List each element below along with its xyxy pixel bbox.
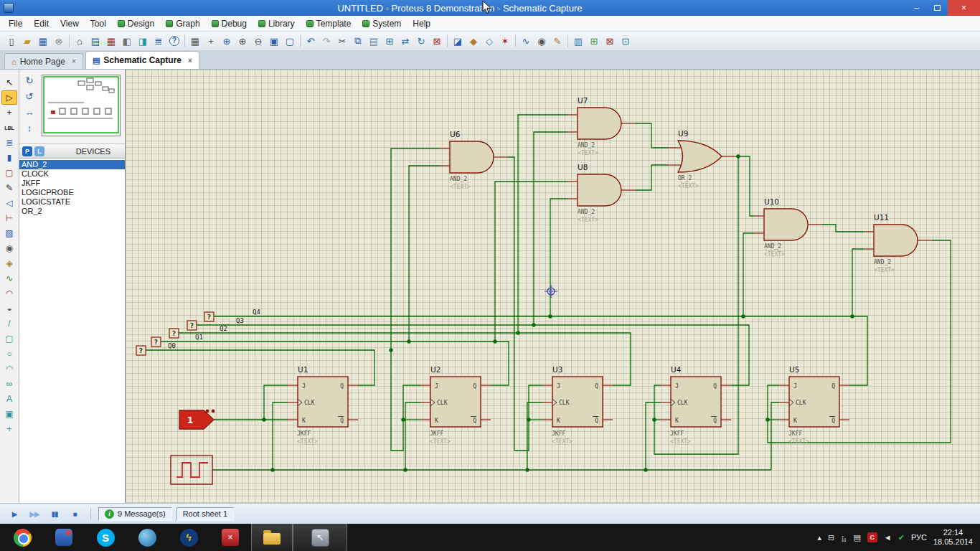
packaging-tool-icon[interactable]: ◇	[481, 34, 497, 49]
block-copy-icon[interactable]: ⊞	[382, 34, 397, 49]
goto-sheet-icon[interactable]: ⊡	[618, 34, 633, 49]
close-button[interactable]: ×	[948, 0, 980, 16]
remove-sheet-icon[interactable]: ⊠	[602, 34, 618, 49]
arc-2d-icon[interactable]: ◠	[1, 362, 17, 376]
component-U4[interactable]: JCLKKQQU4JKFF<TEXT>	[661, 365, 731, 445]
mirror-vertical-icon[interactable]: ↕	[27, 123, 32, 133]
component-U1[interactable]: JCLKKQQU1JKFF<TEXT>	[288, 365, 358, 445]
pick-device-icon[interactable]: ◪	[450, 34, 466, 49]
tab-close-icon[interactable]: ×	[188, 57, 192, 65]
wire[interactable]	[214, 316, 867, 385]
library-button[interactable]: L	[34, 146, 44, 156]
copy-icon[interactable]: ⧉	[350, 34, 366, 49]
menu-item-system[interactable]: System	[357, 17, 407, 30]
mirror-horizontal-icon[interactable]: ↔	[25, 107, 34, 118]
text-2d-icon[interactable]: A	[1, 392, 17, 406]
wire[interactable]	[405, 402, 420, 470]
subcircuit-mode-icon[interactable]: ▢	[1, 166, 17, 180]
stop-button[interactable]: ■	[66, 508, 83, 520]
component-logicprobe[interactable]: ?	[169, 329, 179, 338]
search-tag-icon[interactable]: ◉	[534, 34, 550, 49]
menu-item-design[interactable]: Design	[112, 17, 160, 30]
block-delete-icon[interactable]: ⊠	[429, 34, 445, 49]
rotate-clockwise-icon[interactable]: ↻	[26, 75, 34, 86]
wire[interactable]	[822, 225, 864, 232]
step-button[interactable]: ▶▶	[26, 508, 43, 520]
schematic-capture-icon[interactable]: ▤	[88, 34, 103, 49]
taskbar-red-app-button[interactable]: ×	[209, 524, 251, 551]
component-U3[interactable]: JCLKKQQU3JKFF<TEXT>	[542, 365, 613, 445]
device-item-logicstate[interactable]: LOGICSTATE	[19, 197, 125, 207]
component-U8[interactable]: U8AND_2<TEXT>	[567, 163, 636, 223]
wire[interactable]	[391, 149, 440, 350]
component-U2[interactable]: JCLKKQQU2JKFF<TEXT>	[420, 365, 491, 445]
wire[interactable]	[495, 182, 567, 342]
device-item-jkff[interactable]: JKFF	[19, 179, 125, 188]
text-script-mode-icon[interactable]: ≣	[1, 136, 17, 150]
close-project-icon[interactable]: ⊗	[51, 34, 67, 49]
editing-canvas[interactable]: U6AND_2<TEXT>U7AND_2<TEXT>U8AND_2<TEXT>U…	[126, 70, 980, 503]
save-project-icon[interactable]: ▦	[35, 34, 51, 49]
junction-dot-mode-icon[interactable]: +	[1, 105, 17, 120]
tab-schematic-capture[interactable]: ▤Schematic Capture×	[85, 51, 199, 69]
taskbar-bolt-app-button[interactable]: ϟ	[168, 524, 209, 551]
wire[interactable]	[550, 199, 567, 316]
zoom-area-icon[interactable]: ▢	[282, 34, 298, 49]
maximize-button[interactable]	[927, 0, 948, 16]
marker-2d-icon[interactable]: +	[1, 422, 17, 436]
home-icon[interactable]: ⌂	[72, 34, 88, 49]
line-2d-icon[interactable]: /	[1, 316, 17, 331]
taskbar-explorer-button[interactable]	[251, 524, 293, 551]
property-assignment-icon[interactable]: ✎	[550, 34, 565, 49]
3d-visualizer-icon[interactable]: ◧	[119, 34, 135, 49]
selection-mode-icon[interactable]: ↖	[1, 75, 17, 90]
wire-label-mode-icon[interactable]: LBL	[1, 121, 17, 135]
menu-item-graph[interactable]: Graph	[160, 17, 205, 30]
gerber-viewer-icon[interactable]: ◨	[135, 34, 151, 49]
wire[interactable]	[527, 402, 542, 470]
instant-edit-mode-icon[interactable]: ✎	[1, 181, 17, 195]
circle-2d-icon[interactable]: ○	[1, 347, 17, 361]
undo-icon[interactable]: ↶	[303, 34, 319, 49]
menu-item-file[interactable]: File	[3, 17, 28, 30]
terminals-mode-icon[interactable]: ◁	[1, 196, 17, 210]
rotate-anticlockwise-icon[interactable]: ↺	[26, 91, 34, 102]
design-explorer-icon[interactable]: ≣	[151, 34, 166, 49]
toggle-grid-icon[interactable]: ▦	[187, 34, 203, 49]
tray-hdd-icon[interactable]: ▤	[853, 533, 860, 542]
hidden-icons-button[interactable]: ▴	[818, 533, 822, 542]
taskbar-skype-button[interactable]: S	[85, 524, 126, 551]
tray-display-icon[interactable]: ⊟	[828, 533, 834, 542]
component-U11[interactable]: U11AND_2<TEXT>	[864, 213, 932, 273]
design-explorer-tree-icon[interactable]: ▥	[570, 34, 586, 49]
pcb-layout-icon[interactable]: ▦	[103, 34, 119, 49]
block-move-icon[interactable]: ⇄	[397, 34, 413, 49]
wire[interactable]	[518, 115, 567, 333]
false-origin-icon[interactable]: +	[203, 34, 219, 49]
device-item-logicprobe[interactable]: LOGICPROBE	[19, 188, 125, 197]
block-rotate-icon[interactable]: ↻	[413, 34, 429, 49]
zoom-in-icon[interactable]: ⊕	[235, 34, 250, 49]
taskbar-media-button[interactable]	[43, 524, 85, 551]
taskbar-browser-button[interactable]	[126, 524, 168, 551]
taskbar-chrome-button[interactable]	[1, 524, 43, 551]
device-item-clock[interactable]: CLOCK	[19, 169, 125, 179]
new-sheet-icon[interactable]: ⊞	[586, 34, 602, 49]
center-at-cursor-icon[interactable]: ⊕	[219, 34, 235, 49]
menu-item-view[interactable]: View	[55, 17, 85, 30]
wire[interactable]	[852, 249, 864, 316]
device-pins-mode-icon[interactable]: ⊢	[1, 211, 17, 225]
menu-item-edit[interactable]: Edit	[28, 17, 55, 30]
tray-eco-icon[interactable]: ✔	[898, 533, 905, 542]
generator-mode-icon[interactable]: ◈	[1, 256, 17, 270]
component-clock[interactable]	[171, 456, 212, 484]
wire[interactable]	[736, 156, 754, 216]
component-U9[interactable]: U9OR_2<TEXT>	[668, 129, 736, 189]
paste-icon[interactable]: ▤	[366, 34, 382, 49]
wire[interactable]	[646, 402, 661, 470]
box-2d-icon[interactable]: ▢	[1, 331, 17, 346]
tray-alert-icon[interactable]: C	[867, 532, 877, 542]
tab-home-page[interactable]: ⌂Home Page×	[4, 53, 83, 69]
tray-volume-icon[interactable]: ◄	[884, 533, 892, 542]
component-U5[interactable]: JCLKKQQU5JKFF<TEXT>	[779, 365, 849, 445]
